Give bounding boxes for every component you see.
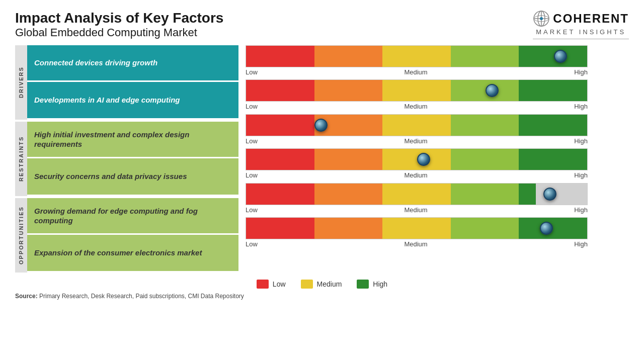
bar-label-high-3: High — [574, 137, 588, 145]
drivers-factors: Connected devices driving growth Develop… — [27, 45, 238, 120]
source-label: Source: — [15, 293, 38, 300]
bar-label-high-5: High — [574, 206, 588, 214]
logo-area: COHERENT MARKET INSIGHTS — [533, 10, 629, 39]
logo-subtitle: MARKET INSIGHTS — [533, 28, 629, 36]
bar-label-medium-4: Medium — [404, 171, 427, 179]
opportunities-label: OPPORTUNITIES — [15, 198, 27, 273]
source-line: Source: Primary Research, Desk Research,… — [15, 293, 629, 300]
chart-high-investment: Low Medium High — [246, 114, 629, 146]
legend-low: Low — [257, 280, 286, 289]
factor-high-investment: High initial investment and complex desi… — [27, 122, 238, 157]
charts-panel: Low Medium High — [238, 45, 629, 275]
chart-consumer-electronics: Low Medium High — [246, 217, 629, 249]
bar-label-high-2: High — [574, 103, 588, 110]
bar-label-low-5: Low — [246, 206, 258, 214]
left-panel: DRIVERS Connected devices driving growth… — [15, 45, 238, 275]
bar-label-medium-3: Medium — [404, 137, 427, 145]
source-content: Primary Research, Desk Research, Paid su… — [39, 293, 244, 300]
bar-label-low-6: Low — [246, 240, 258, 248]
bar-label-low-3: Low — [246, 137, 258, 145]
legend-low-box — [257, 280, 269, 289]
page-container: COHERENT MARKET INSIGHTS Impact Analysis… — [0, 0, 644, 362]
chart-legend: Low Medium High — [15, 280, 629, 289]
legend-medium-box — [301, 280, 313, 289]
bar-label-low-4: Low — [246, 171, 258, 179]
bar-label-medium-1: Medium — [404, 68, 427, 76]
restraints-group: RESTRAINTS High initial investment and c… — [15, 122, 238, 196]
factor-connected-devices: Connected devices driving growth — [27, 45, 238, 80]
legend-medium: Medium — [301, 280, 342, 289]
legend-low-label: Low — [273, 280, 286, 288]
opportunities-group: OPPORTUNITIES Growing demand for edge co… — [15, 198, 238, 273]
factor-consumer-electronics: Expansion of the consumer electronics ma… — [27, 235, 238, 271]
bar-label-high-4: High — [574, 171, 588, 179]
restraints-label: RESTRAINTS — [15, 122, 27, 196]
drivers-charts: Low Medium High — [246, 45, 629, 112]
bar-label-low-2: Low — [246, 103, 258, 110]
chart-security: Low Medium High — [246, 148, 629, 180]
bar-label-high-1: High — [574, 68, 588, 76]
logo-globe-icon — [533, 10, 550, 27]
opportunities-charts: Low Medium High — [246, 183, 629, 250]
bar-label-medium-5: Medium — [404, 206, 427, 214]
bar-label-medium-6: Medium — [404, 240, 427, 248]
bar-label-high-6: High — [574, 240, 588, 248]
main-chart-area: DRIVERS Connected devices driving growth… — [15, 45, 629, 275]
chart-ai-edge: Low Medium High — [246, 79, 629, 111]
restraints-factors: High initial investment and complex desi… — [27, 122, 238, 196]
opportunities-factors: Growing demand for edge computing and fo… — [27, 198, 238, 273]
chart-connected-devices: Low Medium High — [246, 45, 629, 77]
legend-medium-label: Medium — [317, 280, 342, 288]
bar-label-medium-2: Medium — [404, 103, 427, 110]
chart-edge-fog: Low Medium High — [246, 183, 629, 215]
factor-security-concerns: Security concerns and data privacy issue… — [27, 158, 238, 195]
bar-label-low-1: Low — [246, 68, 258, 76]
legend-high-box — [357, 280, 369, 289]
factor-edge-computing: Growing demand for edge computing and fo… — [27, 198, 238, 233]
svg-point-5 — [540, 17, 543, 20]
drivers-group: DRIVERS Connected devices driving growth… — [15, 45, 238, 120]
legend-high: High — [357, 280, 387, 289]
drivers-label: DRIVERS — [15, 45, 27, 120]
factor-ai-edge: Developments in AI and edge computing — [27, 82, 238, 118]
logo-text: COHERENT — [553, 12, 629, 26]
legend-high-label: High — [373, 280, 387, 288]
restraints-charts: Low Medium High — [246, 114, 629, 181]
